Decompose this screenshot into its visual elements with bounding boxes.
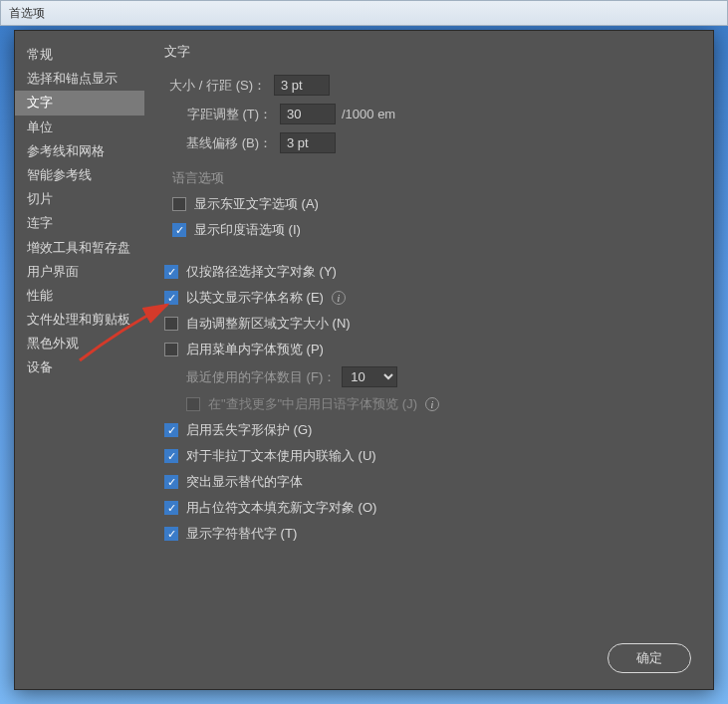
checkbox-row: 在"查找更多"中启用日语字体预览 (J)i — [186, 395, 693, 413]
checkbox-label: 显示印度语选项 (I) — [194, 221, 301, 239]
field-label: 基线偏移 (B)： — [164, 134, 280, 152]
sidebar-item[interactable]: 智能参考线 — [15, 163, 144, 187]
info-icon[interactable]: i — [332, 291, 346, 305]
sidebar-item[interactable]: 连字 — [15, 211, 144, 235]
checkbox-row: 启用丢失字形保护 (G) — [164, 421, 693, 439]
sidebar-item[interactable]: 文字 — [15, 91, 144, 115]
checkbox-row: 对于非拉丁文本使用内联输入 (U) — [164, 447, 693, 465]
checkbox-row: 仅按路径选择文字对象 (Y) — [164, 263, 693, 281]
sidebar-item[interactable]: 选择和锚点显示 — [15, 67, 144, 91]
checkbox-label: 对于非拉丁文本使用内联输入 (U) — [186, 447, 376, 465]
checkbox[interactable] — [164, 317, 178, 331]
size-leading-input[interactable] — [274, 75, 330, 96]
field-label: 大小 / 行距 (S)： — [164, 77, 274, 95]
sidebar-item[interactable]: 增效工具和暂存盘 — [15, 236, 144, 260]
checkbox[interactable] — [164, 423, 178, 437]
sidebar: 常规选择和锚点显示文字单位参考线和网格智能参考线切片连字增效工具和暂存盘用户界面… — [15, 31, 144, 689]
checkbox-row: 以英文显示字体名称 (E)i — [164, 289, 693, 307]
checkbox[interactable] — [164, 501, 178, 515]
checkbox-row: 显示东亚文字选项 (A) — [172, 195, 693, 213]
sidebar-item[interactable]: 文件处理和剪贴板 — [15, 308, 144, 332]
checkbox — [186, 397, 200, 411]
recent-fonts-row: 最近使用的字体数目 (F)： 10 — [186, 366, 693, 387]
recent-fonts-label: 最近使用的字体数目 (F)： — [186, 368, 336, 386]
checkbox[interactable] — [164, 527, 178, 541]
checkbox-row: 用占位符文本填充新文字对象 (O) — [164, 499, 693, 517]
sidebar-item[interactable]: 参考线和网格 — [15, 139, 144, 163]
info-icon[interactable]: i — [425, 397, 439, 411]
field-baseline: 基线偏移 (B)： — [164, 132, 693, 153]
checkbox[interactable] — [172, 223, 186, 237]
checkbox-label: 显示东亚文字选项 (A) — [194, 195, 319, 213]
sidebar-item[interactable]: 单位 — [15, 116, 144, 139]
ok-button[interactable]: 确定 — [607, 643, 691, 673]
window-titlebar: 首选项 — [0, 0, 728, 26]
checkbox-row: 自动调整新区域文字大小 (N) — [164, 315, 693, 333]
checkbox-label: 以英文显示字体名称 (E) — [186, 289, 324, 307]
checkbox-label: 突出显示替代的字体 — [186, 473, 303, 491]
checkbox[interactable] — [164, 265, 178, 279]
content-panel: 文字 大小 / 行距 (S)： 字距调整 (T)： /1000 em 基线偏移 … — [144, 31, 713, 689]
sidebar-item[interactable]: 用户界面 — [15, 260, 144, 284]
checkbox-row: 显示字符替代字 (T) — [164, 525, 693, 543]
checkbox-row: 启用菜单内字体预览 (P) — [164, 341, 693, 358]
baseline-input[interactable] — [280, 132, 336, 153]
checkbox[interactable] — [164, 449, 178, 463]
checkbox-row: 突出显示替代的字体 — [164, 473, 693, 491]
tracking-input[interactable] — [280, 104, 336, 124]
tracking-suffix: /1000 em — [342, 107, 395, 121]
sidebar-item[interactable]: 性能 — [15, 284, 144, 308]
checkbox-label: 在"查找更多"中启用日语字体预览 (J) — [208, 395, 417, 413]
field-size-leading: 大小 / 行距 (S)： — [164, 75, 693, 96]
checkbox[interactable] — [164, 475, 178, 489]
checkbox-label: 显示字符替代字 (T) — [186, 525, 297, 543]
sidebar-item[interactable]: 切片 — [15, 187, 144, 211]
checkbox-label: 启用丢失字形保护 (G) — [186, 421, 312, 439]
checkbox[interactable] — [164, 343, 178, 356]
checkbox[interactable] — [164, 291, 178, 305]
checkbox-label: 用占位符文本填充新文字对象 (O) — [186, 499, 376, 517]
checkbox-label: 启用菜单内字体预览 (P) — [186, 341, 324, 358]
sidebar-item[interactable]: 设备 — [15, 355, 144, 379]
preferences-dialog: 常规选择和锚点显示文字单位参考线和网格智能参考线切片连字增效工具和暂存盘用户界面… — [14, 30, 714, 690]
checkbox-label: 自动调整新区域文字大小 (N) — [186, 315, 351, 333]
lang-section-title: 语言选项 — [172, 169, 693, 187]
button-row: 确定 — [607, 643, 691, 673]
field-label: 字距调整 (T)： — [164, 106, 280, 123]
recent-fonts-select[interactable]: 10 — [342, 366, 397, 387]
field-tracking: 字距调整 (T)： /1000 em — [164, 104, 693, 124]
checkbox-label: 仅按路径选择文字对象 (Y) — [186, 263, 337, 281]
checkbox[interactable] — [172, 197, 186, 211]
panel-title: 文字 — [164, 43, 693, 61]
sidebar-item[interactable]: 黑色外观 — [15, 332, 144, 355]
window-title: 首选项 — [9, 5, 45, 22]
sidebar-item[interactable]: 常规 — [15, 43, 144, 67]
checkbox-row: 显示印度语选项 (I) — [172, 221, 693, 239]
